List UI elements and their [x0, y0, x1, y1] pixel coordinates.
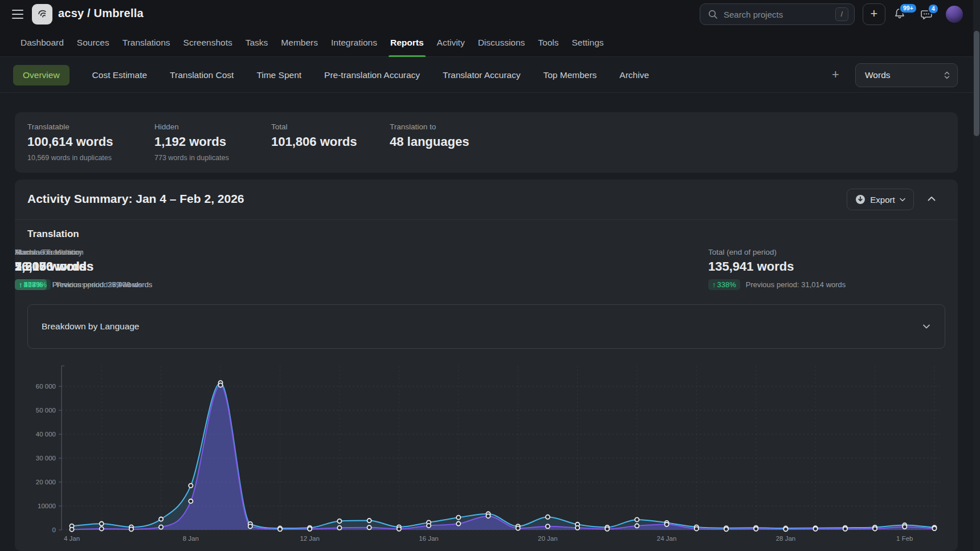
data-point-purple[interactable]: [873, 526, 877, 530]
svg-text:8 Jan: 8 Jan: [183, 535, 199, 542]
previous-period: Previous period: 3,406 words: [56, 280, 152, 289]
subtab-cost-estimate[interactable]: Cost Estimate: [92, 70, 147, 80]
breakdown-by-language-toggle[interactable]: Breakdown by Language: [27, 304, 945, 349]
stat-value: 1,192 words: [154, 134, 229, 149]
app-logo[interactable]: [32, 4, 52, 25]
data-point-purple[interactable]: [486, 514, 490, 518]
subtab-translator-accuracy[interactable]: Translator Accuracy: [443, 70, 520, 80]
increase-arrow-icon: ↑: [712, 280, 716, 289]
data-point-purple[interactable]: [159, 525, 163, 529]
data-point-blue[interactable]: [337, 519, 341, 523]
data-point-purple[interactable]: [189, 499, 193, 503]
data-point-purple[interactable]: [695, 526, 699, 530]
data-point-purple[interactable]: [814, 527, 818, 531]
data-point-purple[interactable]: [665, 523, 669, 526]
nav-tab-dashboard[interactable]: Dashboard: [21, 28, 64, 56]
data-point-purple[interactable]: [516, 526, 520, 530]
stat-label: Translatable: [27, 123, 113, 131]
data-point-purple[interactable]: [932, 526, 936, 530]
data-point-purple[interactable]: [724, 527, 728, 531]
nav-tab-sources[interactable]: Sources: [77, 28, 109, 56]
nav-tab-settings[interactable]: Settings: [572, 28, 604, 56]
project-words-summary-card: Translatable 100,614 words 10,569 words …: [15, 112, 958, 173]
change-value: 338%: [717, 280, 736, 289]
scrollbar-track[interactable]: [973, 0, 980, 551]
nav-tab-activity[interactable]: Activity: [437, 28, 465, 56]
data-point-purple[interactable]: [605, 527, 609, 531]
search-placeholder: Search projects: [724, 10, 830, 19]
scrollbar-thumb[interactable]: [974, 31, 979, 136]
reports-subnav: Overview Cost Estimate Translation Cost …: [0, 58, 980, 93]
subtab-top-members[interactable]: Top Members: [543, 70, 597, 80]
change-badge: ↑338%: [708, 279, 740, 290]
data-point-purple[interactable]: [248, 524, 252, 528]
svg-text:24 Jan: 24 Jan: [657, 535, 677, 542]
nav-tab-tools[interactable]: Tools: [538, 28, 558, 56]
download-icon: [855, 194, 865, 205]
data-point-purple[interactable]: [843, 527, 847, 531]
data-point-blue[interactable]: [159, 517, 163, 521]
svg-text:1 Feb: 1 Feb: [896, 535, 913, 542]
data-point-purple[interactable]: [397, 527, 401, 531]
data-point-purple[interactable]: [367, 525, 371, 529]
data-point-purple[interactable]: [70, 528, 74, 532]
project-breadcrumb[interactable]: acsy / Umbrella: [58, 7, 144, 20]
select-chevrons-icon: [944, 71, 950, 80]
stat-hidden: Hidden 1,192 words 773 words in duplicat…: [154, 123, 229, 162]
stat-label: Translation to: [390, 123, 469, 131]
subtab-pretranslation-accuracy[interactable]: Pre-translation Accuracy: [324, 70, 420, 80]
top-bar: acsy / Umbrella Search projects / + 99+ …: [0, 0, 980, 28]
stat-label: Hidden: [154, 123, 229, 131]
data-point-purple[interactable]: [456, 521, 460, 525]
add-report-button[interactable]: +: [832, 67, 839, 82]
data-point-purple[interactable]: [218, 383, 222, 387]
unit-selector[interactable]: Words: [855, 63, 958, 87]
nav-tab-reports[interactable]: Reports: [390, 28, 424, 56]
data-point-blue[interactable]: [189, 484, 193, 488]
export-button[interactable]: Export: [847, 189, 914, 210]
data-point-blue[interactable]: [635, 517, 639, 521]
data-point-purple[interactable]: [278, 527, 282, 531]
hamburger-menu-icon[interactable]: [12, 10, 23, 19]
activity-chart[interactable]: 01000020 00030 00040 00050 00060 0004 Ja…: [23, 352, 946, 549]
subtab-time-spent[interactable]: Time Spent: [256, 70, 301, 80]
collapse-section-button[interactable]: [926, 194, 939, 206]
data-point-purple[interactable]: [903, 525, 906, 529]
subtab-overview[interactable]: Overview: [13, 65, 70, 85]
data-point-purple[interactable]: [783, 527, 787, 531]
data-point-purple[interactable]: [754, 527, 758, 531]
data-point-purple[interactable]: [100, 526, 104, 530]
user-avatar[interactable]: [946, 6, 963, 23]
change-badge: ↑2133%: [15, 279, 51, 290]
data-point-purple[interactable]: [546, 524, 550, 528]
nav-tab-members[interactable]: Members: [281, 28, 318, 56]
svg-text:16 Jan: 16 Jan: [419, 535, 439, 542]
chevron-up-icon: [926, 194, 937, 204]
data-point-purple[interactable]: [427, 524, 431, 528]
data-point-blue[interactable]: [367, 519, 371, 523]
nav-tab-integrations[interactable]: Integrations: [331, 28, 377, 56]
data-point-purple[interactable]: [129, 527, 133, 531]
subtab-archive[interactable]: Archive: [619, 70, 649, 80]
search-input[interactable]: Search projects /: [700, 3, 855, 25]
svg-text:40 000: 40 000: [36, 431, 56, 438]
data-point-blue[interactable]: [100, 521, 104, 525]
data-point-purple[interactable]: [337, 526, 341, 530]
nav-tab-translations[interactable]: Translations: [122, 28, 170, 56]
messages-count-badge: 4: [928, 3, 939, 14]
svg-text:30 000: 30 000: [36, 455, 56, 462]
subtab-translation-cost[interactable]: Translation Cost: [170, 70, 234, 80]
svg-text:20 000: 20 000: [36, 479, 56, 485]
stat-translation-to: Translation to 48 languages: [390, 123, 469, 154]
data-point-purple[interactable]: [575, 526, 579, 530]
data-point-purple[interactable]: [635, 524, 639, 528]
data-point-blue[interactable]: [456, 516, 460, 520]
reports-page: acsy / Umbrella Search projects / + 99+ …: [0, 0, 980, 551]
data-point-purple[interactable]: [308, 527, 312, 531]
nav-tab-discussions[interactable]: Discussions: [478, 28, 525, 56]
data-point-blue[interactable]: [546, 515, 550, 519]
nav-tab-tasks[interactable]: Tasks: [246, 28, 268, 56]
stat-total: Total 101,806 words: [271, 123, 357, 154]
nav-tab-screenshots[interactable]: Screenshots: [183, 28, 232, 56]
create-new-button[interactable]: +: [863, 3, 885, 25]
